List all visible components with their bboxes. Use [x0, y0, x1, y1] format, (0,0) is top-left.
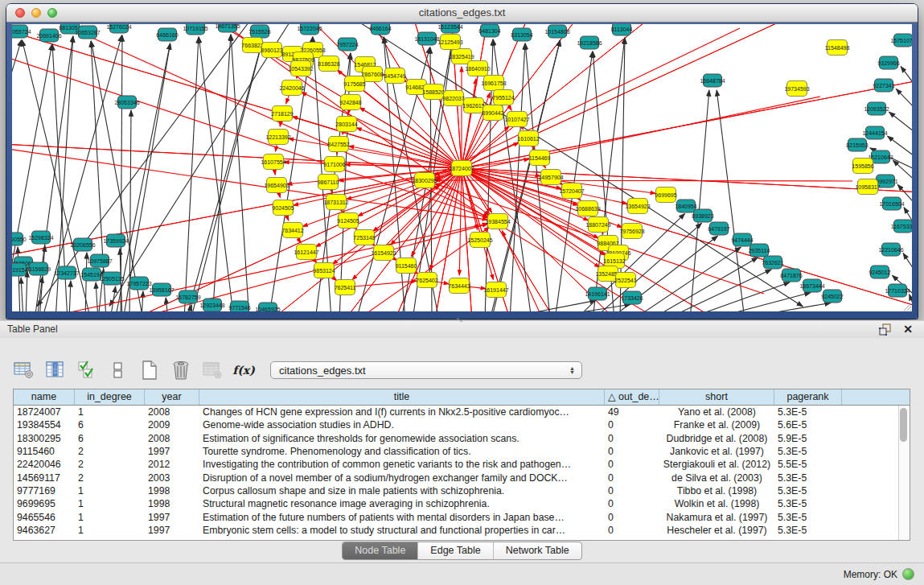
- resize-grip-icon[interactable]: [901, 300, 912, 311]
- table-row[interactable]: 911546021997Tourette syndrome. Phenomeno…: [14, 445, 910, 458]
- fx-label: f(x): [232, 364, 255, 377]
- graph-node-label: 9245012: [869, 270, 890, 275]
- table-cell: 9465546: [14, 512, 75, 523]
- graph-node-label: 2935114: [749, 248, 770, 253]
- column-header-year[interactable]: year: [145, 389, 199, 405]
- table-cell: Structural magnetic resonance image aver…: [199, 498, 605, 509]
- graph-node-label: 8990442: [482, 110, 503, 116]
- table-panel-header: Table Panel ✕: [0, 320, 924, 339]
- table-row[interactable]: 969969511998Structural magnetic resonanc…: [14, 497, 910, 510]
- graph-node-label: 11156829: [27, 266, 51, 272]
- graph-node-label: 1154469: [529, 155, 551, 161]
- graph-node-label: 15720407: [559, 188, 584, 194]
- vertical-scrollbar[interactable]: [898, 406, 910, 540]
- table-cell: 49: [605, 406, 659, 418]
- graph-node-label: 8454749: [384, 73, 405, 79]
- network-canvas[interactable]: 1405572420691406881305410653287152760246…: [12, 24, 912, 311]
- delete-table-icon[interactable]: [201, 360, 224, 381]
- float-panel-icon[interactable]: [879, 323, 892, 336]
- splitter-handle-icon[interactable]: [457, 318, 465, 323]
- graph-node-label: 6466160: [156, 32, 178, 38]
- table-cell: 0: [605, 419, 659, 431]
- tab-edge-table[interactable]: Edge Table: [418, 542, 493, 559]
- zoom-window-button[interactable]: [47, 8, 57, 18]
- tab-network-table[interactable]: Network Table: [494, 542, 581, 559]
- graph-node-label: 8313054: [511, 32, 532, 38]
- table-row[interactable]: 1830029562008Estimation of significance …: [14, 432, 910, 445]
- column-header-out_de[interactable]: △ out_de…: [605, 389, 659, 405]
- table-select-dropdown[interactable]: citations_edges.txt ▲▼: [270, 361, 582, 379]
- column-header-in_degree[interactable]: in_degree: [75, 389, 145, 405]
- graph-node-label: 3919154: [12, 267, 28, 273]
- graph-node-label: 17359924: [103, 238, 128, 244]
- graph-node-label: 18807249: [585, 222, 610, 228]
- select-rows-icon[interactable]: [76, 360, 98, 381]
- scrollbar-thumb[interactable]: [900, 408, 907, 442]
- show-column-icon[interactable]: [44, 360, 67, 381]
- graph-node-label: 8960123: [261, 47, 282, 53]
- graph-node-label: 9867110: [318, 179, 339, 185]
- network-graph[interactable]: 1405572420691406881305410653287152760246…: [12, 24, 912, 311]
- close-window-button[interactable]: [15, 8, 25, 18]
- window-titlebar[interactable]: citations_edges.txt: [6, 4, 918, 23]
- graph-node-label: 15298324: [28, 235, 53, 241]
- graph-node-label: 2803144: [335, 122, 357, 127]
- graph-node-label: 7515526: [248, 29, 270, 35]
- table-row[interactable]: 2242004622012Investigating the contribut…: [14, 458, 910, 471]
- row-height-icon[interactable]: [107, 360, 129, 381]
- table-cell: 1998: [145, 485, 199, 496]
- graph-node-label: 15250245: [467, 237, 492, 243]
- column-header-title[interactable]: title: [199, 389, 605, 405]
- graph-node-label: 7253148: [353, 235, 375, 241]
- graph-node-label: 8427552: [327, 142, 349, 147]
- column-header-pagerank[interactable]: pagerank: [774, 389, 842, 405]
- table-toolbar: f(x) citations_edges.txt ▲▼: [13, 358, 582, 382]
- table-cell: 2009: [145, 419, 199, 431]
- table-cell: 5.3E-5: [774, 498, 842, 509]
- graph-node-label: 1610612: [517, 136, 539, 142]
- graph-node-label: 12923448: [199, 303, 224, 308]
- table-cell: Wolkin et al. (1998): [659, 498, 774, 509]
- table-row[interactable]: 1938455462009Genome-wide association stu…: [14, 418, 910, 431]
- minimize-window-button[interactable]: [31, 8, 41, 18]
- table-row[interactable]: 1872400712008Changes of HCN gene express…: [14, 406, 910, 418]
- table-row[interactable]: 977716911998Corpus callosum shape and si…: [14, 484, 910, 497]
- table-row[interactable]: 946554611997Estimation of the future num…: [14, 510, 910, 523]
- graph-node-label: 12210646: [878, 247, 903, 253]
- table-cell: Estimation of the future numbers of pati…: [199, 512, 605, 523]
- table-header-row: namein_degreeyeartitle△ out_de…shortpage…: [14, 389, 910, 406]
- graph-node-label: 10688639: [575, 206, 600, 212]
- memory-ok-indicator: [902, 568, 914, 580]
- function-builder-icon[interactable]: f(x): [232, 360, 255, 381]
- table-cell: 5.5E-5: [774, 459, 842, 470]
- table-cell: 1: [75, 406, 145, 418]
- graph-node-label: 19384554: [485, 219, 510, 225]
- close-panel-icon[interactable]: ✕: [903, 323, 913, 336]
- graph-node-label: 15123544: [437, 24, 462, 30]
- table-cell: 2008: [145, 406, 199, 418]
- table-mode-icon[interactable]: [13, 360, 35, 381]
- graph-node-label: 1615132: [603, 258, 625, 264]
- graph-node-label: 22420046: [279, 85, 304, 91]
- table-cell: 0: [605, 446, 659, 457]
- graph-node-label: 14196141: [585, 291, 610, 297]
- table-row[interactable]: 1456911722003Disruption of a novel membe…: [14, 471, 910, 484]
- graph-node-label: 10653287: [75, 30, 100, 35]
- graph-node-label: 9124505: [337, 218, 359, 224]
- table-row[interactable]: 946362711997Embryonic stem cells: a mode…: [14, 524, 910, 537]
- tab-node-table[interactable]: Node Table: [343, 542, 418, 559]
- graph-node-label: 18325419: [449, 54, 474, 60]
- table-cell: 5.3E-5: [774, 485, 842, 496]
- table-cell: 0: [605, 525, 659, 536]
- new-table-icon[interactable]: [138, 360, 161, 381]
- table-cell: 0: [605, 485, 659, 496]
- column-header-short[interactable]: short: [659, 389, 774, 405]
- column-header-name[interactable]: name: [14, 389, 75, 405]
- graph-node-label: 15276024: [106, 24, 131, 30]
- table-cell: Dudbridge et al. (2008): [659, 433, 774, 444]
- graph-node-label: 8471876: [780, 273, 802, 278]
- delete-trash-icon[interactable]: [170, 360, 192, 381]
- graph-node-label: 12213392: [265, 134, 290, 140]
- graph-node-label: 8113044: [611, 27, 633, 32]
- graph-node-label: 9474444: [731, 237, 753, 243]
